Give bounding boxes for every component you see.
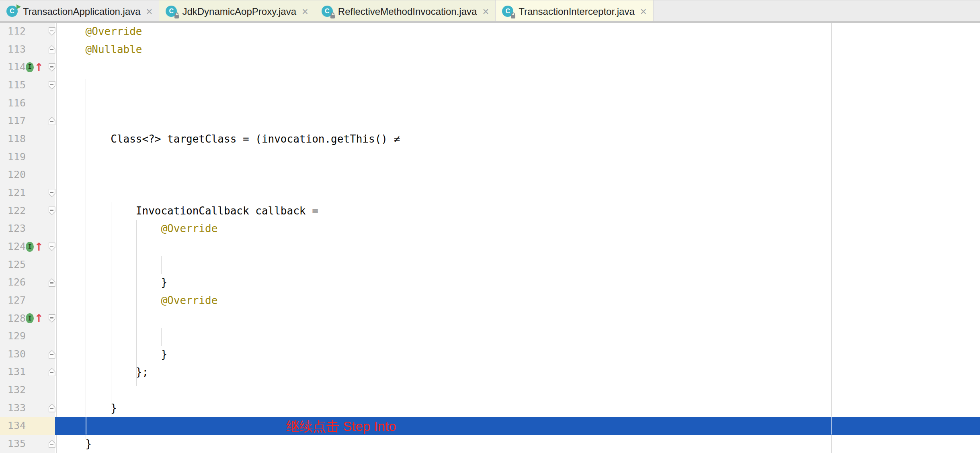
code-text: } — [60, 435, 980, 453]
fold-marker-icon[interactable] — [49, 117, 55, 125]
gutter-icons — [26, 220, 43, 238]
line-number[interactable]: 122 — [0, 202, 26, 220]
code-line-121[interactable]: 121 if (KotlinDetector.isSuspendingFunct… — [0, 184, 980, 202]
indent-guide — [161, 256, 162, 274]
indent-guide — [161, 328, 162, 346]
fold-marker-icon[interactable] — [49, 368, 55, 376]
fold-column — [43, 76, 60, 94]
code-line-113[interactable]: 113 @Nullable — [0, 41, 980, 59]
code-line-119[interactable]: 119 — [0, 148, 980, 166]
code-line-125[interactable]: 125 return CoroutinesUtils.invokeSuspend… — [0, 256, 980, 274]
code-line-114[interactable]: 114I↑ public Object invoke(MethodInvocat… — [0, 58, 980, 76]
line-number[interactable]: 132 — [0, 381, 26, 399]
line-number[interactable]: 129 — [0, 327, 26, 345]
fold-marker-icon[interactable] — [49, 404, 55, 412]
implementing-method-icon[interactable]: I — [26, 62, 34, 72]
fold-marker-icon[interactable] — [49, 81, 55, 90]
line-number[interactable]: 113 — [0, 41, 26, 59]
gutter-icons: I↑ — [26, 58, 43, 76]
line-number[interactable]: 115 — [0, 76, 26, 94]
code-text: } — [60, 345, 980, 363]
line-number[interactable]: 118 — [0, 130, 26, 148]
fold-marker-icon[interactable] — [49, 63, 55, 71]
line-number[interactable]: 117 — [0, 112, 26, 130]
code-line-130[interactable]: 130 } — [0, 345, 980, 363]
line-number[interactable]: 131 — [0, 363, 26, 381]
line-number[interactable]: 127 — [0, 292, 26, 310]
margin-guide-on-highlight — [831, 416, 832, 435]
tab-jdk-dynamic-aop-proxy[interactable]: C JdkDynamicAopProxy.java × — [159, 0, 315, 23]
gutter-icons — [26, 41, 43, 59]
code-text: // Adapt to TransactionAspectSupport's i… — [60, 166, 980, 184]
gutter-icons — [26, 94, 43, 112]
code-text: public Object proceedWithInvocation() { — [60, 238, 980, 256]
fold-marker-icon[interactable] — [49, 278, 55, 287]
implementing-method-icon[interactable]: I — [26, 242, 34, 252]
tab-transaction-interceptor[interactable]: C TransactionInterceptor.java × — [496, 0, 653, 23]
java-class-run-icon: C — [6, 6, 19, 18]
code-line-134[interactable]: 134 return invokeWithinTransaction(invoc… — [0, 417, 980, 435]
code-line-133[interactable]: 133 } — [0, 399, 980, 417]
line-number[interactable]: 134 — [0, 417, 26, 435]
code-line-127[interactable]: 127 @Override — [0, 292, 980, 310]
line-number[interactable]: 120 — [0, 166, 26, 184]
gutter-icons — [26, 381, 43, 399]
line-number[interactable]: 124 — [0, 238, 26, 256]
line-number[interactable]: 133 — [0, 399, 26, 417]
line-number[interactable]: 135 — [0, 435, 26, 453]
line-number[interactable]: 130 — [0, 345, 26, 363]
code-line-135[interactable]: 135 } — [0, 435, 980, 453]
fold-marker-icon[interactable] — [49, 189, 55, 197]
override-up-arrow-icon[interactable]: ↑ — [34, 241, 43, 252]
line-number[interactable]: 119 — [0, 148, 26, 166]
code-line-120[interactable]: 120 // Adapt to TransactionAspectSupport… — [0, 166, 980, 184]
fold-marker-icon[interactable] — [49, 314, 55, 322]
implementing-method-icon[interactable]: I — [26, 313, 34, 323]
tab-transaction-application[interactable]: C TransactionApplication.java × — [0, 0, 159, 23]
line-number[interactable]: 121 — [0, 184, 26, 202]
code-line-126[interactable]: 126 } — [0, 273, 980, 292]
close-icon[interactable]: × — [640, 6, 647, 17]
line-number[interactable]: 112 — [0, 22, 26, 41]
tab-reflective-method-invocation[interactable]: C ReflectiveMethodInvocation.java × — [315, 0, 496, 23]
fold-column — [43, 292, 60, 310]
line-number[interactable]: 123 — [0, 220, 26, 238]
fold-column — [43, 22, 60, 41]
code-line-112[interactable]: 112 @Override — [0, 22, 980, 41]
line-number[interactable]: 116 — [0, 94, 26, 112]
gutter-icons — [26, 363, 43, 381]
line-number[interactable]: 114 — [0, 58, 26, 76]
fold-column — [43, 220, 60, 238]
code-editor[interactable]: 112 @Override113 @Nullable114I↑ public O… — [0, 22, 980, 453]
fold-marker-icon[interactable] — [49, 206, 55, 215]
code-line-116[interactable]: 116 // The TransactionAttributeSource sh… — [0, 94, 980, 112]
code-line-131[interactable]: 131 }; — [0, 363, 980, 381]
code-line-132[interactable]: 132 return invokeWithinTransaction(invoc… — [0, 381, 980, 399]
gutter-icons — [26, 184, 43, 202]
tab-label: JdkDynamicAopProxy.java — [182, 6, 296, 17]
code-line-129[interactable]: 129 return invocation.getArguments()[inv… — [0, 327, 980, 345]
fold-column — [43, 273, 60, 292]
code-line-124[interactable]: 124I↑ public Object proceedWithInvocatio… — [0, 238, 980, 256]
fold-marker-icon[interactable] — [49, 350, 55, 359]
java-class-lock-icon: C — [322, 6, 334, 18]
code-line-122[interactable]: 122 InvocationCallback callback = new Co… — [0, 202, 980, 220]
fold-marker-icon[interactable] — [49, 440, 55, 448]
fold-marker-icon[interactable] — [49, 243, 55, 251]
code-line-118[interactable]: 118 Class<?> targetClass = (invocation.g… — [0, 130, 980, 148]
close-icon[interactable]: × — [146, 6, 153, 17]
code-line-115[interactable]: 115 // Work out the target class: may be… — [0, 76, 980, 94]
line-number[interactable]: 125 — [0, 256, 26, 274]
close-icon[interactable]: × — [302, 6, 308, 17]
override-up-arrow-icon[interactable]: ↑ — [34, 62, 43, 73]
line-number[interactable]: 126 — [0, 273, 26, 292]
fold-marker-icon[interactable] — [49, 45, 55, 53]
fold-marker-icon[interactable] — [49, 27, 55, 36]
override-up-arrow-icon[interactable]: ↑ — [34, 313, 43, 324]
code-line-123[interactable]: 123 @Override — [0, 220, 980, 238]
code-line-128[interactable]: 128I↑ public Object getContinuation() { — [0, 310, 980, 328]
line-number[interactable]: 128 — [0, 310, 26, 328]
close-icon[interactable]: × — [482, 6, 489, 17]
code-line-117[interactable]: 117 // as well as the method, which may … — [0, 112, 980, 130]
code-text: public Object invoke(MethodInvocation in… — [60, 58, 980, 76]
